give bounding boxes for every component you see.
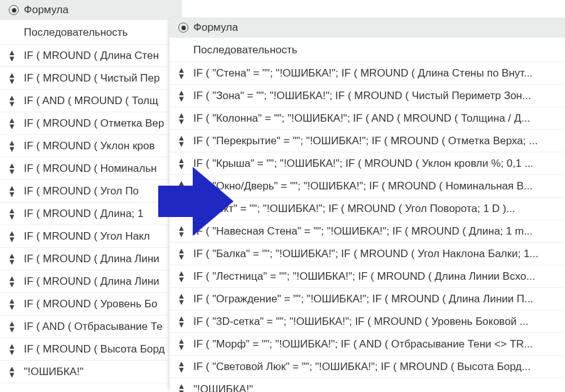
right-formula-cell[interactable]: IF ( "Ограждение" = ""; "!ОШИБКА!"; IF (… xyxy=(188,293,557,305)
left-row[interactable]: ▲▼IF ( MROUND ( Длина; 1 xyxy=(0,202,182,225)
sort-handle-icon[interactable]: ▲▼ xyxy=(175,224,188,238)
sort-handle-icon[interactable]: ▲▼ xyxy=(175,269,188,283)
sort-handle-icon[interactable]: ▲▼ xyxy=(5,274,19,289)
right-row[interactable]: ▲▼IF ( "Лестница" = ""; "!ОШИБКА!"; IF (… xyxy=(170,265,565,287)
left-panel-title: Формула xyxy=(24,4,68,16)
left-panel-header: Формула xyxy=(0,0,182,20)
left-formula-cell[interactable]: IF ( MROUND ( Высота Борд xyxy=(19,343,180,356)
sort-handle-icon[interactable]: ▲▼ xyxy=(175,179,188,193)
sort-handle-icon[interactable]: ▲▼ xyxy=(5,297,19,311)
sort-handle-icon[interactable]: ▲▼ xyxy=(5,252,19,266)
left-row[interactable]: ▲▼IF ( MROUND ( Уровень Бо xyxy=(0,292,182,315)
radio-selected-icon[interactable] xyxy=(9,5,19,15)
left-formula-cell[interactable]: IF ( AND ( MROUND ( Толщ xyxy=(19,95,180,107)
right-formula-cell[interactable]: IF ( "Лестница" = ""; "!ОШИБКА!"; IF ( M… xyxy=(188,270,557,283)
right-formula-cell[interactable]: IF ( "Окно/Дверь" = ""; "!ОШИБКА!"; IF (… xyxy=(188,180,557,193)
right-formula-cell[interactable]: IF ( "Зона" = ""; "!ОШИБКА!"; IF ( MROUN… xyxy=(188,90,557,102)
left-row[interactable]: ▲▼IF ( MROUND ( Высота Борд xyxy=(0,337,182,360)
left-formula-cell[interactable]: IF ( MROUND ( Номинальн xyxy=(19,162,180,175)
sort-handle-icon[interactable]: ▲▼ xyxy=(175,382,188,392)
sort-handle-icon[interactable]: ▲▼ xyxy=(175,246,188,261)
right-row[interactable]: ▲▼IF ( "3D-сетка" = ""; "!ОШИБКА!"; IF (… xyxy=(170,310,565,332)
left-row[interactable]: ▲▼IF ( MROUND ( Длина Лини xyxy=(0,270,182,292)
left-formula-cell[interactable]: IF ( MROUND ( Чистый Пер xyxy=(19,72,180,85)
sort-handle-icon[interactable]: ▲▼ xyxy=(5,184,19,198)
left-column-header[interactable]: Последовательность xyxy=(0,20,182,44)
right-row[interactable]: ▲▼IF ( "Зона" = ""; "!ОШИБКА!"; IF ( MRO… xyxy=(170,84,565,107)
right-row[interactable]: ▲▼"Объект" = ""; "!ОШИБКА!"; IF ( MROUND… xyxy=(170,197,565,220)
left-formula-cell[interactable]: IF ( MROUND ( Длина Лини xyxy=(19,253,180,265)
sort-handle-icon[interactable]: ▲▼ xyxy=(175,134,188,148)
left-row[interactable]: ▲▼IF ( MROUND ( Угол По xyxy=(0,179,182,202)
right-formula-cell[interactable]: IF ( "Балка" = ""; "!ОШИБКА!"; IF ( MROU… xyxy=(188,248,557,260)
left-row[interactable]: ▲▼IF ( AND ( MROUND ( Толщ xyxy=(0,89,182,112)
sort-handle-icon[interactable]: ▲▼ xyxy=(175,66,188,80)
left-row[interactable]: ▲▼IF ( MROUND ( Уклон кров xyxy=(0,134,182,157)
left-panel: Формула Последовательность ▲▼IF ( MROUND… xyxy=(0,0,182,392)
radio-selected-icon[interactable] xyxy=(178,23,188,33)
right-row[interactable]: ▲▼IF ( "Крыша" = ""; "!ОШИБКА!"; IF ( MR… xyxy=(170,152,565,174)
sort-handle-icon[interactable]: ▲▼ xyxy=(175,156,188,171)
right-formula-cell[interactable]: "Объект" = ""; "!ОШИБКА!"; IF ( MROUND (… xyxy=(188,203,557,215)
right-row[interactable]: ▲▼IF ( "Стена" = ""; "!ОШИБКА!"; IF ( MR… xyxy=(170,61,565,84)
sort-handle-icon[interactable]: ▲▼ xyxy=(5,319,19,334)
right-formula-cell[interactable]: IF ( "Крыша" = ""; "!ОШИБКА!"; IF ( MROU… xyxy=(188,157,557,170)
right-row[interactable]: ▲▼IF ( "Колонна" = ""; "!ОШИБКА!"; IF ( … xyxy=(170,107,565,129)
right-formula-cell[interactable]: IF ( "3D-сетка" = ""; "!ОШИБКА!"; IF ( M… xyxy=(188,315,557,328)
right-formula-cell[interactable]: IF ( "Стена" = ""; "!ОШИБКА!"; IF ( MROU… xyxy=(188,67,557,80)
sort-handle-icon[interactable]: ▲▼ xyxy=(175,359,188,374)
right-row[interactable]: ▲▼IF ( "Ограждение" = ""; "!ОШИБКА!"; IF… xyxy=(170,287,565,310)
left-row[interactable]: ▲▼IF ( MROUND ( Чистый Пер xyxy=(0,66,182,89)
left-row[interactable]: ▲▼IF ( MROUND ( Длина Стен xyxy=(0,44,182,66)
right-formula-cell[interactable]: IF ( "Навесная Стена" = ""; "!ОШИБКА!"; … xyxy=(188,225,557,238)
sort-handle-icon[interactable]: ▲▼ xyxy=(5,116,19,130)
right-row[interactable]: ▲▼IF ( "Световой Люк" = ""; "!ОШИБКА!"; … xyxy=(170,355,565,378)
right-row[interactable]: ▲▼IF ( "Балка" = ""; "!ОШИБКА!"; IF ( MR… xyxy=(170,242,565,265)
right-row[interactable]: ▲▼IF ( "Морф" = ""; "!ОШИБКА!"; IF ( AND… xyxy=(170,332,565,355)
sort-handle-icon[interactable]: ▲▼ xyxy=(175,314,188,329)
left-formula-cell[interactable]: IF ( MROUND ( Длина Стен xyxy=(19,50,180,62)
sort-handle-icon[interactable]: ▲▼ xyxy=(5,342,19,356)
left-row[interactable]: ▲▼"!ОШИБКА!" xyxy=(0,360,182,383)
sort-handle-icon[interactable]: ▲▼ xyxy=(5,161,19,176)
left-row[interactable]: ▲▼IF ( MROUND ( Длина Лини xyxy=(0,247,182,270)
sort-handle-icon[interactable]: ▲▼ xyxy=(175,201,188,216)
right-row[interactable]: ▲▼IF ( "Навесная Стена" = ""; "!ОШИБКА!"… xyxy=(170,220,565,242)
left-row[interactable]: ▲▼IF ( AND ( Отбрасывание Те xyxy=(0,315,182,337)
left-formula-cell[interactable]: IF ( MROUND ( Отметка Вер xyxy=(19,117,180,130)
left-formula-cell[interactable]: IF ( MROUND ( Уровень Бо xyxy=(19,298,180,310)
right-formula-cell[interactable]: IF ( "Перекрытие" = ""; "!ОШИБКА!"; IF (… xyxy=(188,135,557,147)
right-row[interactable]: ▲▼IF ( "Окно/Дверь" = ""; "!ОШИБКА!"; IF… xyxy=(170,174,565,197)
sort-handle-icon[interactable]: ▲▼ xyxy=(5,364,19,379)
sort-handle-icon[interactable]: ▲▼ xyxy=(5,206,19,221)
right-column-header[interactable]: Последовательность xyxy=(170,38,565,61)
left-formula-cell[interactable]: IF ( MROUND ( Уклон кров xyxy=(19,140,180,152)
sort-handle-icon[interactable]: ▲▼ xyxy=(5,229,19,243)
right-formula-cell[interactable]: IF ( "Морф" = ""; "!ОШИБКА!"; IF ( AND (… xyxy=(188,338,557,351)
left-row[interactable]: ▲▼IF ( MROUND ( Номинальн xyxy=(0,157,182,179)
sort-handle-icon[interactable]: ▲▼ xyxy=(5,139,19,153)
right-formula-cell[interactable]: "!ОШИБКА!" xyxy=(188,383,557,393)
left-row[interactable]: ▲▼IF ( MROUND ( Угол Накл xyxy=(0,225,182,247)
sort-handle-icon[interactable]: ▲▼ xyxy=(5,93,19,108)
left-formula-cell[interactable]: IF ( MROUND ( Угол По xyxy=(19,185,180,198)
right-formula-cell[interactable]: IF ( "Световой Люк" = ""; "!ОШИБКА!"; IF… xyxy=(188,361,557,373)
left-formula-cell[interactable]: IF ( MROUND ( Длина Лини xyxy=(19,275,180,288)
sort-handle-icon[interactable]: ▲▼ xyxy=(175,111,188,125)
right-rows-container: ▲▼IF ( "Стена" = ""; "!ОШИБКА!"; IF ( MR… xyxy=(170,61,565,392)
right-row[interactable]: ▲▼"!ОШИБКА!" xyxy=(170,378,565,392)
right-panel: Формула Последовательность ▲▼IF ( "Стена… xyxy=(170,18,565,392)
right-formula-cell[interactable]: IF ( "Колонна" = ""; "!ОШИБКА!"; IF ( AN… xyxy=(188,112,557,125)
sort-handle-icon[interactable]: ▲▼ xyxy=(5,71,19,85)
left-formula-cell[interactable]: IF ( MROUND ( Угол Накл xyxy=(19,230,180,243)
sort-handle-icon[interactable]: ▲▼ xyxy=(175,88,188,103)
sort-handle-icon[interactable]: ▲▼ xyxy=(5,48,19,63)
left-formula-cell[interactable]: IF ( MROUND ( Длина; 1 xyxy=(19,208,180,220)
sort-handle-icon[interactable]: ▲▼ xyxy=(175,292,188,306)
right-row[interactable]: ▲▼IF ( "Перекрытие" = ""; "!ОШИБКА!"; IF… xyxy=(170,129,565,152)
sort-handle-icon[interactable]: ▲▼ xyxy=(175,337,188,351)
left-formula-cell[interactable]: IF ( AND ( Отбрасывание Те xyxy=(19,320,180,333)
left-formula-cell[interactable]: "!ОШИБКА!" xyxy=(19,366,180,378)
right-panel-title: Формула xyxy=(193,21,238,34)
left-row[interactable]: ▲▼IF ( MROUND ( Отметка Вер xyxy=(0,112,182,134)
